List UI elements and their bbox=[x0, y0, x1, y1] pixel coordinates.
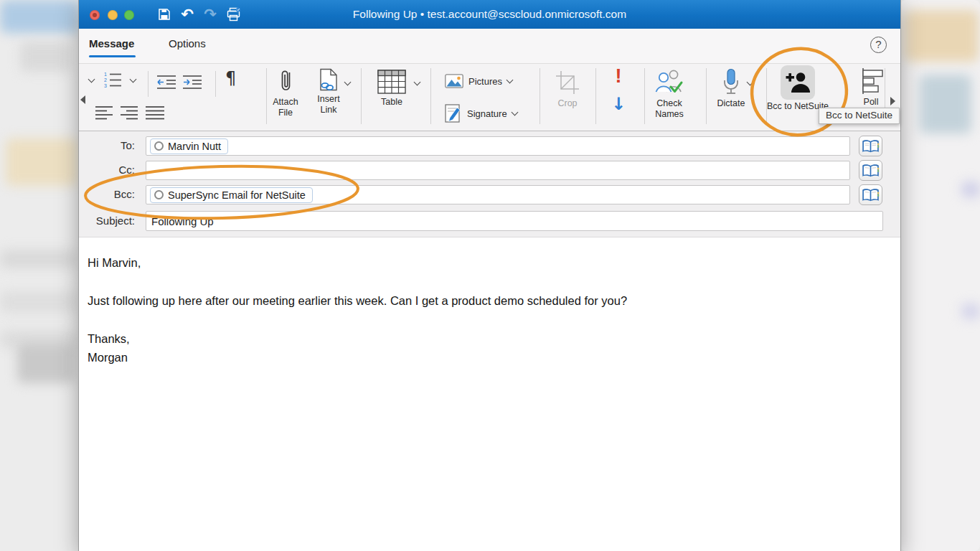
align-left-icon bbox=[95, 105, 113, 120]
pictures-chevron-icon bbox=[507, 76, 514, 83]
table-chevron-icon[interactable] bbox=[414, 79, 421, 86]
contact-presence-icon bbox=[154, 190, 164, 199]
cc-address-book-button[interactable] bbox=[859, 160, 882, 181]
ribbon: 1 2 3 bbox=[79, 63, 900, 131]
message-body-text[interactable]: Hi Marvin, Just following up here after … bbox=[88, 253, 886, 367]
recipient-pill[interactable]: SuperSync Email for NetSuite bbox=[150, 187, 313, 203]
tab-message[interactable]: Message bbox=[89, 37, 134, 50]
signature-button[interactable]: Signature bbox=[445, 104, 517, 123]
signature-chevron-icon bbox=[511, 108, 518, 116]
address-book-icon bbox=[862, 164, 880, 178]
pictures-icon bbox=[445, 74, 463, 88]
bcc-input[interactable]: SuperSync Email for NetSuite bbox=[146, 185, 850, 204]
signature-icon bbox=[445, 104, 462, 123]
decrease-indent-icon bbox=[156, 74, 176, 90]
paragraph-marks-button[interactable]: ¶ bbox=[225, 68, 236, 88]
crop-button: Crop bbox=[550, 70, 585, 109]
bcc-label: Bcc: bbox=[79, 188, 135, 200]
cc-input[interactable] bbox=[146, 161, 850, 180]
tab-options[interactable]: Options bbox=[169, 37, 206, 50]
to-address-book-button[interactable] bbox=[859, 136, 882, 156]
bcc-address-book-button[interactable] bbox=[859, 184, 882, 205]
increase-indent-icon bbox=[182, 74, 202, 90]
bcc-to-netsuite-button[interactable] bbox=[781, 65, 815, 100]
style-chevron-icon[interactable] bbox=[88, 76, 95, 83]
increase-indent-button[interactable] bbox=[182, 74, 202, 90]
pictures-button[interactable]: Pictures bbox=[445, 74, 512, 88]
ribbon-tab-bar: Message Options ? bbox=[79, 29, 900, 63]
low-importance-icon[interactable]: ↓ bbox=[611, 95, 626, 113]
recipient-pill[interactable]: Marvin Nutt bbox=[150, 138, 228, 154]
ribbon-scroll-left-icon[interactable] bbox=[80, 95, 85, 104]
window-title: Following Up • test.account@scscloud.onm… bbox=[79, 0, 900, 29]
insert-link-icon bbox=[319, 68, 338, 91]
poll-button[interactable]: Poll bbox=[849, 68, 892, 108]
titlebar: ↶ ↷ Following Up • test.account@scscloud… bbox=[79, 0, 900, 29]
message-body[interactable]: Hi Marvin, Just following up here after … bbox=[79, 237, 900, 551]
cc-label: Cc: bbox=[79, 164, 135, 176]
paperclip-icon bbox=[280, 68, 292, 94]
numbered-list-button[interactable]: 1 2 3 bbox=[103, 71, 122, 88]
message-header-fields: To: Marvin Nutt bbox=[79, 131, 900, 237]
recipient-name: SuperSync Email for NetSuite bbox=[168, 189, 306, 201]
svg-text:3: 3 bbox=[104, 83, 107, 88]
subject-label: Subject: bbox=[79, 215, 135, 227]
dictate-icon bbox=[722, 68, 740, 95]
poll-icon bbox=[857, 68, 885, 94]
insert-link-button[interactable]: Insert Link bbox=[310, 68, 347, 116]
address-book-icon bbox=[862, 139, 880, 154]
check-names-icon bbox=[654, 68, 684, 95]
table-icon bbox=[377, 70, 406, 94]
outlook-compose-window: ↶ ↷ Following Up • test.account@scscloud… bbox=[79, 0, 900, 551]
subject-input[interactable]: Following Up bbox=[146, 211, 883, 231]
to-label: To: bbox=[79, 139, 135, 151]
crop-icon bbox=[555, 70, 580, 95]
svg-text:2: 2 bbox=[104, 77, 107, 83]
numbered-list-chevron-icon[interactable] bbox=[130, 76, 137, 83]
numbered-list-icon: 1 2 3 bbox=[103, 71, 122, 88]
attach-file-button[interactable]: Attach File bbox=[268, 68, 303, 118]
add-person-icon bbox=[785, 71, 811, 94]
bcc-to-netsuite-tooltip: Bcc to NetSuite bbox=[819, 108, 900, 124]
align-right-icon bbox=[121, 105, 138, 120]
justify-icon bbox=[146, 105, 164, 120]
high-importance-icon[interactable]: ! bbox=[613, 65, 624, 88]
subject-value: Following Up bbox=[151, 215, 214, 227]
align-right-button[interactable] bbox=[121, 105, 138, 120]
justify-button[interactable] bbox=[146, 105, 164, 120]
recipient-name: Marvin Nutt bbox=[168, 141, 221, 152]
help-icon[interactable]: ? bbox=[870, 37, 887, 53]
svg-text:1: 1 bbox=[104, 72, 107, 77]
check-names-button[interactable]: Check Names bbox=[651, 68, 688, 120]
contact-presence-icon bbox=[154, 141, 164, 151]
align-left-button[interactable] bbox=[95, 105, 113, 120]
to-input[interactable]: Marvin Nutt bbox=[146, 136, 850, 156]
address-book-icon bbox=[862, 188, 880, 202]
desktop-background: ↶ ↷ Following Up • test.account@scscloud… bbox=[0, 0, 980, 551]
dictate-button[interactable]: Dictate bbox=[710, 68, 753, 109]
table-button[interactable]: Table bbox=[372, 70, 412, 108]
decrease-indent-button[interactable] bbox=[156, 74, 176, 90]
